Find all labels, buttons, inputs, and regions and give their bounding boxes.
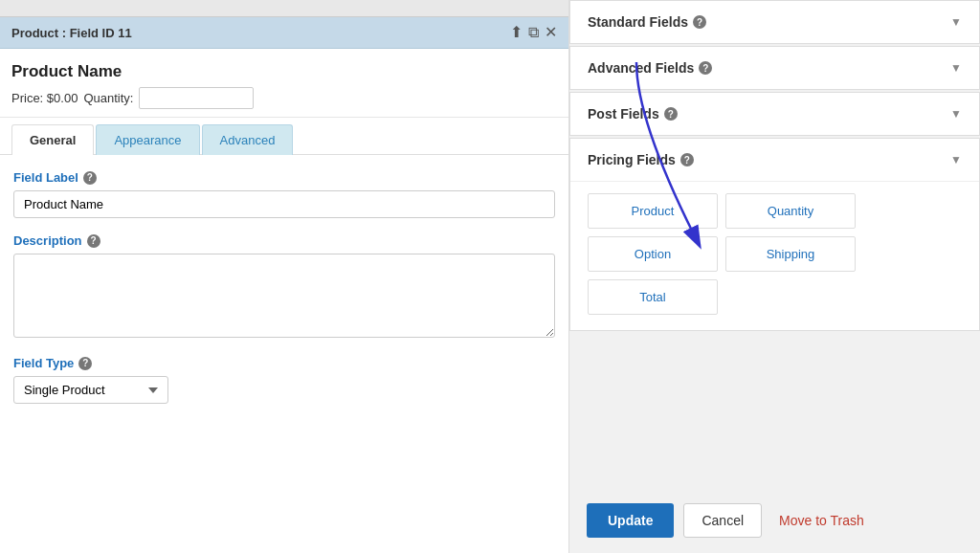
pricing-btn-total[interactable]: Total (588, 279, 718, 315)
field-type-help-icon[interactable]: ? (78, 357, 92, 370)
duplicate-icon[interactable]: ⧉ (528, 25, 539, 40)
advanced-fields-header[interactable]: Advanced Fields ? ▼ (570, 47, 979, 89)
field-label-help-icon[interactable]: ? (83, 171, 97, 185)
field-header-icons: ⬆ ⧉ ✕ (510, 25, 557, 40)
post-fields-chevron: ▼ (950, 107, 962, 121)
standard-fields-section: Standard Fields ? ▼ (569, 0, 980, 44)
update-button[interactable]: Update (587, 503, 674, 538)
post-fields-help-icon[interactable]: ? (664, 107, 678, 121)
pricing-fields-section: Pricing Fields ? ▼ Product Quantity Opti… (569, 138, 980, 331)
description-label: Description ? (13, 233, 555, 248)
post-fields-title: Post Fields ? (588, 106, 678, 122)
right-panel-wrapper: Standard Fields ? ▼ Advanced Fields ? ▼ … (569, 0, 980, 553)
field-label-label: Field Label ? (13, 170, 555, 185)
advanced-fields-section: Advanced Fields ? ▼ (569, 46, 980, 90)
pricing-btn-option[interactable]: Option (588, 236, 718, 272)
right-panel: Standard Fields ? ▼ Advanced Fields ? ▼ … (569, 0, 980, 553)
pricing-fields-header[interactable]: Pricing Fields ? ▼ (570, 139, 979, 181)
pricing-fields-chevron: ▼ (950, 153, 962, 166)
tab-appearance[interactable]: Appearance (96, 124, 199, 155)
form-content: Field Label ? Description ? Field Type ?… (0, 155, 568, 553)
post-fields-section: Post Fields ? ▼ (569, 92, 980, 136)
pricing-btn-quantity[interactable]: Quantity (725, 193, 856, 229)
field-type-row: Single Product Product Checkboxes Produc… (13, 376, 555, 404)
standard-fields-help-icon[interactable]: ? (693, 15, 706, 29)
description-textarea[interactable] (13, 254, 555, 338)
field-label-input[interactable] (13, 190, 555, 218)
pricing-fields-title: Pricing Fields ? (588, 152, 694, 167)
advanced-fields-help-icon[interactable]: ? (699, 61, 712, 75)
quantity-input[interactable] (139, 87, 254, 109)
price-label: Price: $0.00 (11, 91, 78, 105)
pricing-fields-help-icon[interactable]: ? (680, 153, 694, 166)
advanced-fields-chevron: ▼ (950, 61, 962, 75)
product-name-section: Product Name Price: $0.00 Quantity: (0, 49, 568, 118)
field-label-group: Field Label ? (13, 170, 555, 218)
pricing-fields-content: Product Quantity Option Shipping Total (570, 181, 979, 330)
quantity-label: Quantity: (83, 91, 133, 105)
advanced-fields-title: Advanced Fields ? (588, 60, 712, 76)
close-icon[interactable]: ✕ (545, 25, 557, 40)
price-quantity-row: Price: $0.00 Quantity: (11, 87, 557, 109)
field-header: Product : Field ID 11 ⬆ ⧉ ✕ (0, 17, 568, 49)
field-type-select[interactable]: Single Product Product Checkboxes Produc… (13, 376, 168, 404)
pricing-btn-product[interactable]: Product (588, 193, 718, 229)
top-bar (0, 0, 568, 17)
left-panel: Product : Field ID 11 ⬆ ⧉ ✕ Product Name… (0, 0, 569, 553)
move-to-trash-button[interactable]: Move to Trash (779, 513, 864, 528)
description-help-icon[interactable]: ? (87, 234, 100, 248)
bottom-actions: Update Cancel Move to Trash (569, 488, 980, 553)
product-name-title: Product Name (11, 62, 557, 81)
cancel-button[interactable]: Cancel (683, 503, 762, 538)
standard-fields-chevron: ▼ (950, 15, 962, 29)
tabs-row: General Appearance Advanced (0, 123, 568, 155)
field-header-title: Product : Field ID 11 (11, 26, 132, 40)
field-type-label: Field Type ? (13, 356, 555, 370)
tab-advanced[interactable]: Advanced (202, 124, 294, 155)
standard-fields-title: Standard Fields ? (588, 14, 706, 30)
field-type-group: Field Type ? Single Product Product Chec… (13, 356, 555, 404)
description-group: Description ? (13, 233, 555, 341)
pricing-btn-shipping[interactable]: Shipping (725, 236, 856, 272)
move-up-icon[interactable]: ⬆ (510, 25, 523, 40)
tab-general[interactable]: General (11, 124, 94, 155)
standard-fields-header[interactable]: Standard Fields ? ▼ (570, 1, 979, 43)
pricing-grid: Product Quantity Option Shipping Total (588, 193, 856, 315)
post-fields-header[interactable]: Post Fields ? ▼ (570, 93, 979, 135)
